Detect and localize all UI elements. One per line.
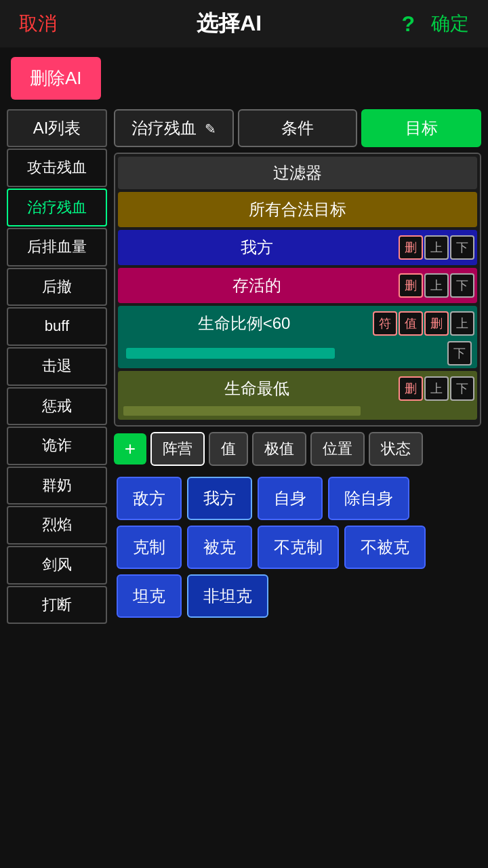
option-tank[interactable]: 坦克: [117, 574, 182, 618]
filter-row-all-targets: 所有合法目标: [118, 192, 477, 227]
down-lowest-btn[interactable]: 下: [450, 376, 474, 401]
delete-ai-button[interactable]: 删除AI: [11, 57, 101, 100]
filter-row-life-ratio: 生命比例<60 符 值 删 上 下: [118, 306, 477, 368]
page-title: 选择AI: [197, 9, 262, 39]
tab-bar: 治疗残血 ✎ 条件 目标: [114, 109, 481, 147]
cancel-button[interactable]: 取消: [19, 11, 57, 37]
delete-ai-bar: 删除AI: [0, 47, 488, 100]
sidebar-item-attack[interactable]: 攻击残血: [7, 149, 107, 187]
tab-extreme[interactable]: 极值: [252, 432, 306, 466]
filter-label-lowest: 生命最低: [118, 371, 396, 406]
filter-title: 过滤器: [118, 157, 477, 189]
option-nontank[interactable]: 非坦克: [187, 574, 268, 618]
delete-lowest-btn[interactable]: 删: [399, 376, 423, 401]
add-filter-button[interactable]: +: [114, 433, 146, 465]
life-lowest-bar: [123, 406, 361, 416]
filter-label-ally: 我方: [118, 230, 396, 265]
tab-target[interactable]: 目标: [361, 109, 481, 147]
confirm-button[interactable]: 确定: [431, 11, 469, 37]
sidebar-item-swordwind[interactable]: 剑风: [7, 546, 107, 585]
header: 取消 选择AI ? 确定: [0, 0, 488, 47]
filter-buttons-lowest: 删 上 下: [396, 374, 477, 403]
edit-icon: ✎: [205, 121, 216, 137]
sidebar-item-buff[interactable]: buff: [7, 307, 107, 346]
tab-camp[interactable]: 阵营: [150, 432, 205, 466]
down-alive-btn[interactable]: 下: [450, 273, 474, 298]
tab-condition[interactable]: 条件: [238, 109, 358, 147]
sidebar-header: AI列表: [7, 109, 107, 147]
life-ratio-bar: [126, 348, 335, 359]
filter-buttons-ally: 删 上 下: [396, 233, 477, 262]
up-alive-btn[interactable]: 上: [424, 273, 449, 298]
header-right: ? 确定: [401, 11, 469, 37]
option-countered[interactable]: 被克: [187, 526, 252, 569]
option-self[interactable]: 自身: [258, 477, 323, 520]
bottom-tabs: + 阵营 值 极值 位置 状态: [114, 432, 481, 466]
sidebar-item-trick[interactable]: 诡诈: [7, 427, 107, 465]
main-layout: AI列表 攻击残血 治疗残血 后排血量 后撤 buff 击退 惩戒 诡诈 群奶 …: [0, 109, 488, 624]
filter-buttons-ratio: 符 值 删 上: [370, 309, 477, 338]
tab-treatment[interactable]: 治疗残血 ✎: [114, 109, 234, 147]
filter-row-life-lowest: 生命最低 删 上 下: [118, 371, 477, 420]
value-ratio-btn[interactable]: 值: [399, 311, 423, 336]
sidebar-item-interrupt[interactable]: 打断: [7, 586, 107, 625]
delete-ratio-btn[interactable]: 删: [424, 311, 449, 336]
sidebar-item-backrow[interactable]: 后排血量: [7, 228, 107, 267]
sidebar-item-heal[interactable]: 治疗残血: [7, 189, 107, 227]
filter-label-all: 所有合法目标: [118, 192, 477, 227]
life-lowest-bar-container: [118, 406, 477, 420]
symbol-ratio-btn[interactable]: 符: [373, 311, 397, 336]
filter-label-alive: 存活的: [118, 268, 396, 303]
filter-row-ally: 我方 删 上 下: [118, 230, 477, 265]
up-lowest-btn[interactable]: 上: [424, 376, 449, 401]
sidebar-item-knockback[interactable]: 击退: [7, 347, 107, 386]
filter-label-ratio: 生命比例<60: [118, 306, 370, 341]
option-except-self[interactable]: 除自身: [328, 477, 409, 520]
option-no-countered[interactable]: 不被克: [344, 526, 426, 569]
tab-position[interactable]: 位置: [310, 432, 365, 466]
filter-row-alive: 存活的 删 上 下: [118, 268, 477, 303]
up-ally-btn[interactable]: 上: [424, 235, 449, 260]
delete-ally-btn[interactable]: 删: [399, 235, 423, 260]
option-ally[interactable]: 我方: [187, 477, 252, 520]
up-ratio-btn[interactable]: 上: [450, 311, 474, 336]
down-ratio-btn[interactable]: 下: [447, 341, 472, 366]
filter-section: 过滤器 所有合法目标 我方 删 上 下 存活的 删 上 下: [114, 153, 481, 427]
option-no-counter[interactable]: 不克制: [258, 526, 339, 569]
sidebar: AI列表 攻击残血 治疗残血 后排血量 后撤 buff 击退 惩戒 诡诈 群奶 …: [7, 109, 107, 624]
right-panel: 治疗残血 ✎ 条件 目标 过滤器 所有合法目标 我方 删 上 下: [114, 109, 481, 624]
option-counter[interactable]: 克制: [117, 526, 182, 569]
filter-buttons-alive: 删 上 下: [396, 271, 477, 300]
delete-alive-btn[interactable]: 删: [399, 273, 423, 298]
down-ally-btn[interactable]: 下: [450, 235, 474, 260]
options-grid: 敌方 我方 自身 除自身 克制 被克 不克制 不被克 坦克 非坦克: [114, 471, 481, 623]
tab-value[interactable]: 值: [209, 432, 248, 466]
sidebar-item-punish[interactable]: 惩戒: [7, 387, 107, 426]
tab-status[interactable]: 状态: [369, 432, 423, 466]
help-button[interactable]: ?: [401, 12, 415, 37]
sidebar-item-groupheal[interactable]: 群奶: [7, 467, 107, 505]
option-enemy[interactable]: 敌方: [117, 477, 182, 520]
sidebar-item-retreat[interactable]: 后撤: [7, 268, 107, 307]
sidebar-item-flame[interactable]: 烈焰: [7, 506, 107, 545]
